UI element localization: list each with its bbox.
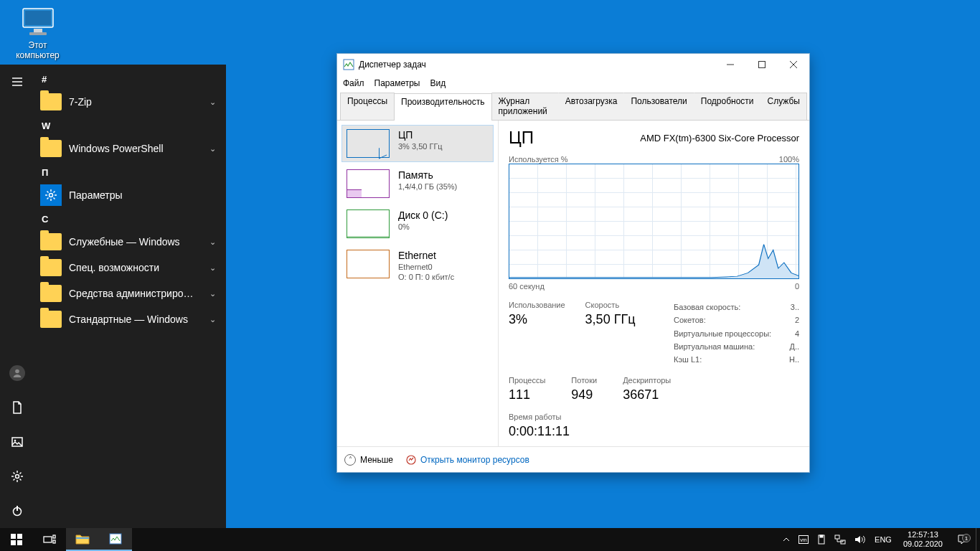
cpu-heading: ЦП [509, 128, 534, 148]
folder-icon [40, 259, 62, 276]
tray-drive-icon[interactable] [813, 528, 830, 551]
cpu-chart-line [509, 164, 798, 278]
task-manager-icon [109, 533, 122, 545]
sidebar-disk-sub: 0% [398, 222, 448, 231]
open-resource-monitor-link[interactable]: Открыть монитор ресурсов [406, 455, 529, 465]
app-letter-hash[interactable]: # [34, 68, 226, 89]
sidebar-eth-sub2: О: 0 П: 0 кбит/с [398, 273, 454, 281]
tray-volume-icon[interactable] [850, 528, 870, 551]
svg-text:vm: vm [800, 537, 807, 542]
sidebar-eth-title: Ethernet [398, 250, 454, 261]
folder-icon [40, 233, 62, 250]
sockets-label: Сокетов: [674, 314, 706, 326]
svg-rect-3 [29, 32, 47, 35]
svg-rect-17 [44, 537, 52, 542]
svg-rect-18 [53, 535, 55, 538]
app-letter-p[interactable]: П [34, 161, 226, 182]
user-avatar-icon [9, 365, 25, 381]
tray-network-icon[interactable] [830, 528, 850, 551]
clock-date: 09.02.2020 [903, 540, 943, 549]
start-menu-pictures-button[interactable] [0, 425, 34, 459]
task-manager-window: Диспетчер задач Файл Параметры Вид Проце… [336, 53, 810, 473]
start-menu-user-button[interactable] [0, 356, 34, 390]
tab-startup[interactable]: Автозагрузка [558, 93, 625, 120]
svg-rect-25 [820, 535, 823, 537]
ethernet-mini-chart [347, 250, 390, 278]
cpu-mini-chart [347, 129, 390, 158]
app-powershell[interactable]: Windows PowerShell ⌄ [34, 136, 226, 161]
svg-rect-26 [835, 535, 839, 539]
svg-rect-2 [34, 29, 42, 32]
desktop-icon-this-pc[interactable]: Этот компьютер [11, 7, 65, 60]
tab-details[interactable]: Подробности [694, 93, 761, 120]
cpu-usage-chart[interactable] [509, 164, 799, 279]
task-manager-footer: ˄ Меньше Открыть монитор ресурсов [337, 446, 809, 472]
tab-users[interactable]: Пользователи [623, 93, 694, 120]
task-view-button[interactable] [33, 528, 66, 551]
minimize-button[interactable] [715, 54, 746, 75]
app-letter-s[interactable]: С [34, 208, 226, 229]
tab-performance[interactable]: Производительность [394, 93, 491, 121]
pictures-icon [11, 435, 24, 448]
tray-vm-icon[interactable]: vm [794, 528, 813, 551]
app-accessibility[interactable]: Спец. возможности ⌄ [34, 255, 226, 281]
desktop-icon-label: Этот компьютер [11, 40, 65, 60]
menu-options[interactable]: Параметры [374, 78, 420, 88]
show-desktop-button[interactable] [976, 528, 980, 551]
start-menu-app-list[interactable]: # 7-Zip ⌄ W Windows PowerShell ⌄ П Парам… [34, 65, 226, 528]
svg-rect-14 [17, 534, 22, 539]
uptime-label: Время работы [509, 413, 799, 421]
folder-icon [40, 311, 62, 328]
app-label: Спец. возможности [69, 262, 159, 273]
svg-rect-19 [53, 540, 55, 543]
maximize-button[interactable] [746, 54, 778, 75]
app-accessories[interactable]: Стандартные — Windows ⌄ [34, 306, 226, 332]
notification-badge: 1 [962, 534, 971, 542]
tabstrip: Процессы Производительность Журнал прило… [337, 91, 809, 121]
app-settings[interactable]: Параметры [34, 182, 226, 208]
fewer-details-button[interactable]: ˄ Меньше [344, 454, 393, 466]
speed-label: Скорость [585, 301, 636, 309]
sidebar-item-ethernet[interactable]: EthernetEthernet0О: 0 П: 0 кбит/с [341, 245, 494, 286]
sidebar-item-disk[interactable]: Диск 0 (C:)0% [341, 205, 494, 242]
tab-services[interactable]: Службы [760, 93, 807, 120]
network-icon [834, 534, 846, 545]
app-7zip[interactable]: 7-Zip ⌄ [34, 89, 226, 115]
app-letter-w[interactable]: W [34, 115, 226, 136]
app-label: 7-Zip [69, 96, 92, 108]
menu-view[interactable]: Вид [430, 78, 446, 88]
sidebar-item-cpu[interactable]: ЦП3% 3,50 ГГц [341, 125, 494, 162]
document-icon [11, 401, 24, 414]
start-menu-documents-button[interactable] [0, 390, 34, 425]
task-view-icon [43, 534, 56, 545]
vproc-value: 4 [795, 327, 799, 340]
start-button[interactable] [0, 528, 33, 551]
tray-show-hidden-button[interactable] [778, 528, 794, 551]
close-button[interactable] [778, 54, 809, 75]
start-menu-expand-button[interactable] [0, 65, 34, 99]
tray-language[interactable]: ENG [870, 528, 896, 551]
cpu-name: AMD FX(tm)-6300 Six-Core Processor [640, 133, 799, 143]
start-menu-settings-button[interactable] [0, 459, 34, 494]
taskbar-app-explorer[interactable] [66, 528, 99, 551]
window-title: Диспетчер задач [359, 60, 426, 70]
svg-point-7 [16, 475, 19, 479]
svg-point-9 [50, 194, 53, 197]
usage-label: Использование [509, 301, 565, 309]
clock-time: 12:57:13 [903, 530, 943, 540]
sidebar-cpu-sub: 3% 3,50 ГГц [398, 142, 443, 151]
action-center-button[interactable]: 1 [950, 534, 976, 545]
start-menu-power-button[interactable] [0, 494, 34, 528]
app-windows-system[interactable]: Служебные — Windows ⌄ [34, 229, 226, 255]
app-admin-tools[interactable]: Средства администрирования... ⌄ [34, 281, 226, 306]
tray-clock[interactable]: 12:57:13 09.02.2020 [896, 530, 950, 549]
app-label: Параметры [69, 189, 123, 201]
windows-logo-icon [11, 534, 22, 545]
taskbar-app-task-manager[interactable] [99, 528, 132, 551]
chevron-down-icon: ⌄ [209, 144, 216, 154]
tab-app-history[interactable]: Журнал приложений [491, 93, 559, 120]
titlebar[interactable]: Диспетчер задач [337, 54, 809, 75]
sidebar-item-memory[interactable]: Память1,4/4,0 ГБ (35%) [341, 165, 494, 202]
menu-file[interactable]: Файл [343, 78, 364, 88]
tab-processes[interactable]: Процессы [340, 93, 395, 120]
